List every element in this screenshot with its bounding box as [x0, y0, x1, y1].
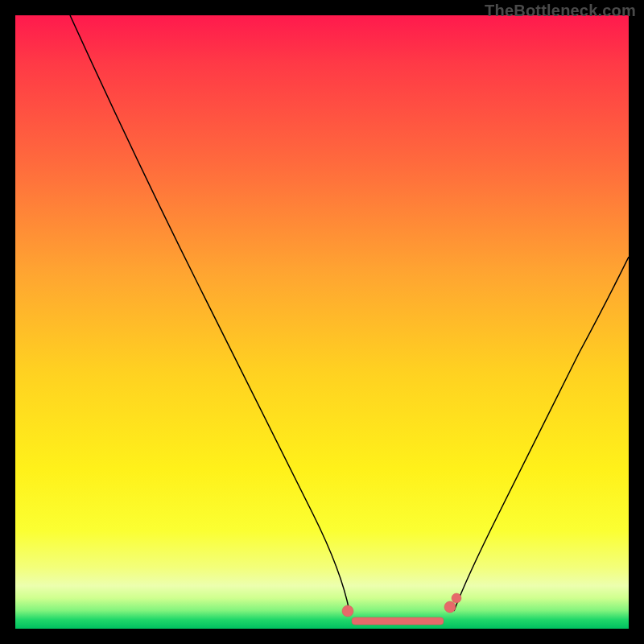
curve-right-branch	[454, 257, 629, 611]
marker-flat-bar	[352, 617, 444, 625]
chart-frame: TheBottleneck.com	[0, 0, 644, 644]
watermark-text: TheBottleneck.com	[485, 2, 636, 20]
marker-dot	[444, 601, 456, 613]
curve-left-branch	[70, 15, 349, 611]
marker-dot	[452, 593, 461, 603]
marker-dot	[342, 605, 353, 617]
plot-area	[15, 15, 629, 629]
curve-layer	[15, 15, 629, 629]
